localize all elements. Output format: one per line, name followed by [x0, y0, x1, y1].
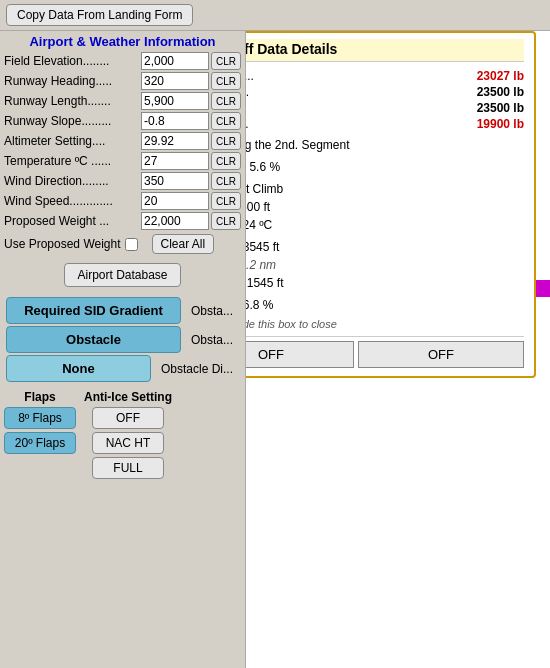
clr-btn-wind-speed[interactable]: CLR	[211, 192, 241, 210]
details-off-btn-2[interactable]: OFF	[245, 341, 354, 368]
weight-row-2: Weight Limit due to Climb Requirements .…	[245, 84, 524, 100]
clr-btn-wind-dir[interactable]: CLR	[211, 172, 241, 190]
weight-label-1: Weight Limit due to Runway Length ......…	[245, 69, 464, 83]
clr-btn-heading[interactable]: CLR	[211, 72, 241, 90]
use-proposed-row: Use Proposed Weight Clear All	[0, 231, 245, 257]
field-row-wind-speed: Wind Speed............. CLR	[0, 191, 245, 211]
action-buttons: Required SID Gradient Obsta... Obstacle …	[0, 293, 245, 386]
field-row-wind-dir: Wind Direction........ CLR	[0, 171, 245, 191]
details-bottom-buttons: OFF OFF OFF	[245, 336, 524, 368]
clr-btn-temp[interactable]: CLR	[211, 152, 241, 170]
field-row-slope: Runway Slope......... CLR	[0, 111, 245, 131]
clr-btn-length[interactable]: CLR	[211, 92, 241, 110]
field-label-temp: Temperature ºC ......	[4, 154, 139, 168]
field-row-temp: Temperature ºC ...... CLR	[0, 151, 245, 171]
flap-20-button[interactable]: 20º Flaps	[4, 432, 76, 454]
weight-label-2: Weight Limit due to Climb Requirements .…	[245, 85, 464, 99]
anti-ice-column: Anti-Ice Setting OFF NAC HT FULL	[84, 390, 172, 479]
weight-val-3: 23500 lb	[464, 101, 524, 115]
corrected-temp-text: And Corrected Temperature ..............…	[245, 216, 524, 234]
weight-val-2: 23500 lb	[464, 85, 524, 99]
anti-ice-full-button[interactable]: FULL	[92, 457, 164, 479]
field-row-length: Runway Length....... CLR	[0, 91, 245, 111]
field-input-wind-dir[interactable]	[141, 172, 209, 190]
right-panel: Learjet 60XR - SN-nnn Airport ID: () Run…	[245, 31, 550, 668]
clr-btn-altimeter[interactable]: CLR	[211, 132, 241, 150]
use-proposed-checkbox[interactable]	[125, 238, 138, 251]
dist-ref1-text: Distance From Reference Zero ...........…	[245, 238, 524, 256]
required-sid-button[interactable]: Required SID Gradient	[6, 297, 181, 324]
clr-btn-slope[interactable]: CLR	[211, 112, 241, 130]
field-input-temp[interactable]	[141, 152, 209, 170]
weight-row-3: Weight Limit due to Brake Energy........…	[245, 100, 524, 116]
field-input-heading[interactable]	[141, 72, 209, 90]
flaps-column: Flaps 8º Flaps 20º Flaps	[4, 390, 76, 479]
field-label-altimeter: Altimeter Setting....	[4, 134, 139, 148]
field-row-weight: Proposed Weight ... CLR	[0, 211, 245, 231]
field-row-heading: Runway Heading..... CLR	[0, 71, 245, 91]
content-area: Airport & Weather Information Field Elev…	[0, 31, 550, 668]
field-input-altimeter[interactable]	[141, 132, 209, 150]
flap-8-button[interactable]: 8º Flaps	[4, 407, 76, 429]
field-row-altimeter: Altimeter Setting.... CLR	[0, 131, 245, 151]
top-bar: Copy Data From Landing Form	[0, 0, 550, 31]
weight-row-4: Weight Limit due to Obstacle or SID ....…	[245, 116, 524, 132]
clr-btn-weight[interactable]: CLR	[211, 212, 241, 230]
weight-label-3: Weight Limit due to Brake Energy........…	[245, 101, 464, 115]
use-proposed-label: Use Proposed Weight	[4, 237, 121, 251]
flaps-label: Flaps	[24, 390, 55, 404]
anti-ice-label: Anti-Ice Setting	[84, 390, 172, 404]
clear-all-button[interactable]: Clear All	[152, 234, 215, 254]
weight-label-4: Weight Limit due to Obstacle or SID ....…	[245, 117, 464, 131]
weight-val-4: 19900 lb	[464, 117, 524, 131]
first-seg-text: First Segment Climb Gradient ...........…	[245, 158, 524, 176]
airport-database-button[interactable]: Airport Database	[64, 263, 180, 287]
obstacle-label-3: Obstacle Di...	[155, 361, 239, 377]
obstacle-clearance-text: Obstacle Clearance Height Reached During…	[245, 136, 524, 154]
none-button[interactable]: None	[6, 355, 151, 382]
field-label-heading: Runway Heading.....	[4, 74, 139, 88]
field-input-slope[interactable]	[141, 112, 209, 130]
field-label-elevation: Field Elevation........	[4, 54, 139, 68]
left-panel: Airport & Weather Information Field Elev…	[0, 31, 245, 668]
takeoff-details-panel[interactable]: Takeoff Data Details Weight Limit due to…	[245, 31, 536, 378]
dist-ref2-text: Distance From Reference Zero ...........…	[245, 256, 524, 274]
airport-db-section: Airport Database	[0, 257, 245, 293]
anti-ice-nacht-button[interactable]: NAC HT	[92, 432, 164, 454]
field-label-wind-dir: Wind Direction........	[4, 174, 139, 188]
anti-ice-off-button[interactable]: OFF	[92, 407, 164, 429]
field-input-elevation[interactable]	[141, 52, 209, 70]
weight-row-1: Weight Limit due to Runway Length ......…	[245, 68, 524, 84]
field-label-weight: Proposed Weight ...	[4, 214, 139, 228]
obstacle-label-2: Obsta...	[185, 332, 239, 348]
max-cont-text1: Max. Continuous Thrust and Final Segment…	[245, 180, 524, 198]
copy-data-button[interactable]: Copy Data From Landing Form	[6, 4, 193, 26]
field-label-length: Runway Length.......	[4, 94, 139, 108]
field-row-elevation: Field Elevation........ CLR	[0, 51, 245, 71]
obstacle-button[interactable]: Obstacle	[6, 326, 181, 353]
flaps-anti-ice-section: Flaps 8º Flaps 20º Flaps Anti-Ice Settin…	[0, 386, 245, 481]
max-cont-text2: Gradient Computed at Pressure Altitude 3…	[245, 198, 524, 216]
takeoff-details-title: Takeoff Data Details	[245, 39, 524, 62]
details-off-btn-3[interactable]: OFF	[358, 341, 524, 368]
main-container: Copy Data From Landing Form Airport & We…	[0, 0, 550, 668]
obstacle-label-1: Obsta...	[185, 303, 239, 319]
remaining-runway-text: Remaining Unused Runway Distance .......…	[245, 274, 524, 292]
weight-val-1: 23027 lb	[464, 69, 524, 83]
section-title: Airport & Weather Information	[0, 31, 245, 51]
field-input-wind-speed[interactable]	[141, 192, 209, 210]
field-label-wind-speed: Wind Speed.............	[4, 194, 139, 208]
tap-close-text: Tap inside this box to close	[245, 318, 524, 330]
field-input-weight[interactable]	[141, 212, 209, 230]
clr-btn-elevation[interactable]: CLR	[211, 52, 241, 70]
required-climb-text: Required Climb Gradient Due to Obstacle …	[245, 296, 524, 314]
field-label-slope: Runway Slope.........	[4, 114, 139, 128]
field-input-length[interactable]	[141, 92, 209, 110]
